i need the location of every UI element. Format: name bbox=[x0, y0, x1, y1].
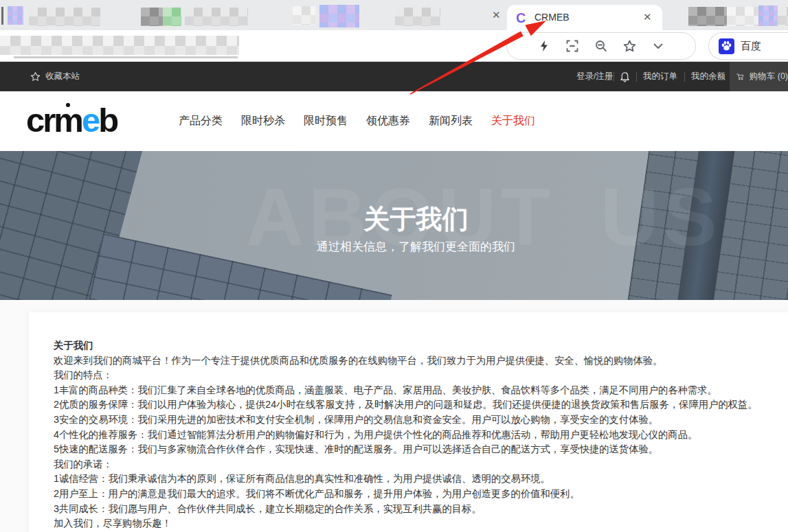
about-heading: 关于我们 bbox=[54, 338, 788, 354]
censored-tab[interactable] bbox=[758, 5, 778, 26]
nav-item-coupons[interactable]: 领优惠券 bbox=[366, 114, 410, 128]
about-line: 1诚信经营：我们秉承诚信为本的原则，保证所有商品信息的真实性和准确性，为用户提供… bbox=[54, 472, 788, 487]
browser-window: ✕ C CRMEB ✕ bbox=[0, 0, 788, 532]
lightning-icon[interactable] bbox=[537, 39, 551, 53]
about-line: 1丰富的商品种类：我们汇集了来自全球各地的优质商品，涵盖服装、电子产品、家居用品… bbox=[54, 383, 788, 398]
censored-tab[interactable] bbox=[688, 7, 727, 26]
notification-bell-icon[interactable] bbox=[620, 62, 630, 91]
hero-subtitle: 通过相关信息，了解我们更全面的我们 bbox=[22, 239, 788, 255]
censored-tab[interactable] bbox=[141, 8, 163, 26]
censored-tab[interactable] bbox=[319, 5, 359, 27]
zoom-out-icon[interactable] bbox=[594, 39, 608, 53]
hero-title: 关于我们 bbox=[22, 202, 788, 237]
divider bbox=[613, 72, 614, 82]
nav-item-news[interactable]: 新闻列表 bbox=[429, 114, 473, 128]
logo-part: cr bbox=[26, 102, 54, 139]
my-balance-link[interactable]: 我的余额 bbox=[691, 62, 725, 91]
search-engine-label: 百度 bbox=[741, 40, 761, 53]
nav-item-about[interactable]: 关于我们 bbox=[491, 114, 535, 128]
address-underline bbox=[14, 56, 238, 58]
site-header: crmeb 产品分类 限时秒杀 限时预售 领优惠券 新闻列表 关于我们 搜索 bbox=[0, 91, 788, 151]
close-icon[interactable]: ✕ bbox=[492, 10, 501, 21]
about-line: 欢迎来到我们的商城平台！作为一个专注于提供优质商品和优质服务的在线购物平台，我们… bbox=[54, 354, 788, 369]
screenshot-frame-icon[interactable] bbox=[565, 39, 579, 53]
nav-item-categories[interactable]: 产品分类 bbox=[179, 114, 223, 128]
search-engine-selector[interactable]: 百度 bbox=[708, 32, 788, 60]
censored-tab[interactable] bbox=[29, 8, 100, 26]
my-orders-link[interactable]: 我的订单 bbox=[643, 62, 677, 91]
hero-banner: ABOUT US 关于我们 通过相关信息，了解我们更全面的我们 bbox=[0, 151, 788, 300]
extensions-pill bbox=[506, 32, 696, 60]
bookmark-star-icon[interactable] bbox=[623, 39, 637, 53]
censored-tab[interactable] bbox=[778, 7, 788, 26]
about-line: 2优质的服务保障：我们以用户体验为核心，提供24小时在线客服支持，及时解决用户的… bbox=[54, 397, 788, 413]
crmeb-favicon-icon: C bbox=[516, 10, 526, 26]
tab-title: CRMEB bbox=[534, 12, 570, 23]
tab-crmeb[interactable]: C CRMEB ✕ bbox=[507, 5, 662, 30]
nav-item-presale[interactable]: 限时预售 bbox=[304, 114, 348, 128]
about-line: 5快速的配送服务：我们与多家物流合作伙伴合作，实现快速、准时的配送服务。用户可以… bbox=[54, 442, 788, 457]
chevron-down-icon[interactable] bbox=[651, 39, 665, 53]
about-card: 关于我们 欢迎来到我们的商城平台！作为一个专注于提供优质商品和优质服务的在线购物… bbox=[29, 312, 788, 532]
censored-tab[interactable] bbox=[395, 8, 440, 26]
divider bbox=[684, 72, 685, 82]
about-line: 2用户至上：用户的满意是我们最大的追求。我们将不断优化产品和服务，提升用户体验，… bbox=[54, 487, 788, 502]
nav-item-seckill[interactable]: 限时秒杀 bbox=[241, 114, 285, 128]
about-line: 4个性化的推荐服务：我们通过智能算法分析用户的购物偏好和行为，为用户提供个性化的… bbox=[54, 428, 788, 443]
site-topbar: 收藏本站 登录/注册 我的订单 我的余额 购物车 (0) bbox=[0, 62, 788, 91]
close-icon[interactable]: ✕ bbox=[643, 12, 652, 23]
censored-tab[interactable] bbox=[185, 8, 248, 26]
cart-button[interactable]: 购物车 (0) bbox=[730, 62, 788, 91]
logo-part: e bbox=[82, 102, 98, 139]
censored-tab[interactable] bbox=[163, 8, 181, 26]
about-line: 我们的特点： bbox=[54, 368, 788, 383]
logo-ring bbox=[66, 103, 70, 107]
login-register-link[interactable]: 登录/注册 bbox=[576, 62, 613, 91]
about-text: 关于我们 欢迎来到我们的商城平台！作为一个专注于提供优质商品和优质服务的在线购物… bbox=[54, 338, 788, 532]
baidu-icon bbox=[719, 38, 734, 54]
about-line: 3共同成长：我们愿与用户、合作伙伴共同成长，建立长期稳定的合作关系，实现互利共赢… bbox=[54, 502, 788, 517]
about-line: 3安全的交易环境：我们采用先进的加密技术和支付安全机制，保障用户的交易信息和资金… bbox=[54, 413, 788, 428]
favorite-site-label: 收藏本站 bbox=[45, 71, 80, 82]
main-nav: 产品分类 限时秒杀 限时预售 领优惠券 新闻列表 关于我们 bbox=[179, 91, 535, 151]
logo-part: m bbox=[54, 101, 82, 139]
browser-toolbar: 百度 bbox=[0, 30, 788, 62]
divider bbox=[636, 72, 637, 82]
about-line: 加入我们，尽享购物乐趣！ bbox=[54, 516, 788, 531]
about-line: 我们的承诺： bbox=[54, 457, 788, 472]
crmeb-logo[interactable]: crmeb bbox=[26, 101, 117, 139]
window-edge bbox=[1, 7, 3, 25]
cart-label: 购物车 (0) bbox=[750, 71, 788, 82]
logo-part: b bbox=[98, 102, 117, 139]
censored-tab-favicon[interactable] bbox=[8, 6, 23, 25]
browser-tab-strip: ✕ C CRMEB ✕ bbox=[0, 0, 788, 30]
censored-tab[interactable] bbox=[727, 7, 758, 26]
censored-tab[interactable] bbox=[293, 6, 315, 25]
censored-address-bar[interactable] bbox=[0, 36, 239, 55]
favorite-site-link[interactable]: 收藏本站 bbox=[30, 62, 80, 91]
cart-icon bbox=[736, 71, 744, 82]
